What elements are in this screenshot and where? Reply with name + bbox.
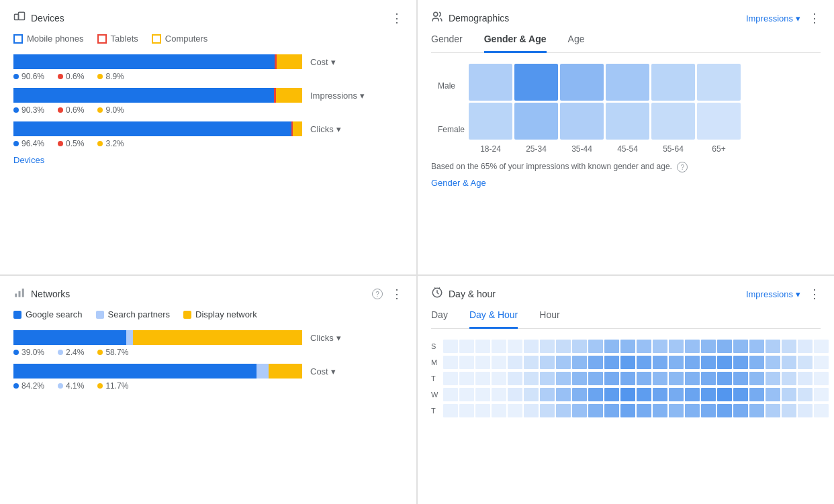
dh-cell-1-3	[492, 356, 506, 369]
search-partners-legend-label: Search partners	[108, 309, 171, 319]
dh-cell-2-8	[572, 372, 587, 385]
impressions-bar-container	[13, 88, 302, 103]
clicks-blue-dot	[13, 141, 19, 146]
demo-imp-chevron: ▾	[796, 13, 800, 23]
demographics-icon	[431, 11, 443, 26]
dh-cell-1-22	[798, 356, 813, 369]
impressions-bar-label[interactable]: Impressions ▾	[310, 91, 365, 101]
dh-cell-1-14	[669, 356, 684, 369]
day-hour-card: Day & hour Impressions ▾ ⋮ Day Day & Hou…	[418, 276, 834, 504]
dh-cell-2-19	[749, 372, 764, 385]
main-grid: Devices ⋮ Mobile phones Tablets Computer…	[0, 0, 834, 504]
computer-legend-icon	[152, 34, 161, 44]
dh-cell-1-18	[733, 356, 748, 369]
dh-cell-2-13	[653, 372, 667, 385]
dh-cell-1-17	[717, 356, 732, 369]
dh-cell-0-12	[637, 340, 651, 353]
dh-cell-4-4	[508, 404, 522, 417]
net-clicks-yellow	[133, 330, 302, 345]
net-cost-percents: 84.2% 4.1% 11.7%	[13, 381, 403, 391]
devices-title: Devices	[13, 11, 64, 26]
day-hour-heatmap-container: S M T W T	[431, 340, 821, 417]
dh-cell-0-16	[701, 340, 716, 353]
devices-more-button[interactable]: ⋮	[391, 12, 403, 24]
dh-cell-1-10	[604, 356, 619, 369]
imp-blue-pct: 90.3%	[13, 105, 44, 115]
dh-cell-4-19	[749, 404, 764, 417]
dh-y-t1: T	[431, 372, 438, 385]
dh-cell-4-1	[459, 404, 474, 417]
net-clicks-label[interactable]: Clicks ▾	[310, 333, 341, 343]
demographics-impressions-dropdown[interactable]: Impressions ▾	[746, 13, 800, 23]
net-legend-google: Google search	[13, 309, 83, 319]
mobile-legend-icon	[13, 34, 23, 44]
net-clicks-yellow-dot	[97, 350, 103, 355]
dh-cell-2-7	[556, 372, 571, 385]
dh-cell-1-7	[556, 356, 571, 369]
cost-red-dot	[58, 74, 63, 79]
x-label-0: 18-24	[469, 144, 512, 154]
tab-day-hour[interactable]: Day & Hour	[469, 309, 518, 329]
help-icon[interactable]: ?	[677, 162, 688, 172]
clicks-bar-yellow	[293, 121, 302, 136]
dh-cell-0-23	[814, 340, 829, 353]
net-cost-bar-section: Cost ▾ 84.2% 4.1% 11.7%	[13, 364, 403, 391]
dh-cell-0-8	[572, 340, 587, 353]
day-hour-header-right: Impressions ▾ ⋮	[746, 288, 821, 300]
dh-cell-0-14	[669, 340, 684, 353]
heat-f-4	[651, 103, 695, 140]
net-clicks-light-dot	[58, 350, 63, 355]
clicks-blue-pct: 96.4%	[13, 139, 44, 148]
net-legend-search-partners: Search partners	[96, 309, 171, 319]
dh-cell-2-5	[524, 372, 539, 385]
day-hour-header: Day & hour Impressions ▾ ⋮	[431, 287, 821, 301]
dh-cell-3-15	[685, 388, 700, 401]
net-clicks-blue-pct: 39.0%	[13, 348, 44, 357]
impressions-bar-yellow	[276, 88, 302, 103]
dh-heatmap	[443, 340, 829, 417]
x-label-2: 35-44	[560, 144, 604, 154]
display-legend-label: Display network	[195, 309, 257, 319]
legend-mobile: Mobile phones	[13, 34, 84, 44]
dh-row-1	[443, 356, 829, 369]
devices-footer-link[interactable]: Devices	[13, 155, 403, 165]
dh-cell-0-3	[492, 340, 506, 353]
cost-bar-label[interactable]: Cost ▾	[310, 57, 336, 67]
net-clicks-light-pct: 2.4%	[58, 348, 84, 357]
dh-cell-1-11	[620, 356, 635, 369]
dh-cell-0-10	[604, 340, 619, 353]
dh-cell-1-9	[588, 356, 603, 369]
y-label-female: Female	[438, 125, 465, 134]
cost-blue-dot	[13, 74, 19, 79]
net-clicks-dropdown-icon: ▾	[336, 333, 341, 343]
devices-card: Devices ⋮ Mobile phones Tablets Computer…	[0, 0, 416, 274]
tab-gender[interactable]: Gender	[431, 34, 463, 52]
net-cost-label[interactable]: Cost ▾	[310, 366, 336, 376]
tab-gender-age[interactable]: Gender & Age	[484, 34, 547, 53]
dh-row-4	[443, 404, 829, 417]
heat-f-1	[514, 103, 558, 140]
search-partners-legend-dot	[96, 311, 104, 319]
cost-dropdown-icon: ▾	[331, 57, 336, 67]
net-clicks-percents: 39.0% 2.4% 58.7%	[13, 348, 403, 357]
clicks-dropdown-icon: ▾	[336, 124, 341, 134]
display-legend-dot	[183, 311, 191, 319]
tab-age[interactable]: Age	[568, 34, 585, 52]
dh-cell-3-4	[508, 388, 522, 401]
networks-card: Networks ? ⋮ Google search Search partne…	[0, 276, 416, 504]
networks-help-icon[interactable]: ?	[372, 289, 383, 299]
x-label-3: 45-54	[606, 144, 649, 154]
dh-cell-4-13	[653, 404, 667, 417]
heatmap-y-labels: Male Female	[438, 64, 465, 151]
dh-cell-0-22	[798, 340, 813, 353]
dh-cell-1-5	[524, 356, 539, 369]
networks-more-button[interactable]: ⋮	[391, 288, 403, 300]
clicks-bar-label[interactable]: Clicks ▾	[310, 124, 341, 134]
dh-cell-2-18	[733, 372, 748, 385]
demographics-more-button[interactable]: ⋮	[808, 12, 821, 24]
day-hour-impressions-dropdown[interactable]: Impressions ▾	[746, 289, 800, 299]
demographics-footer-link[interactable]: Gender & Age	[431, 178, 821, 188]
day-hour-more-button[interactable]: ⋮	[808, 288, 821, 300]
tab-hour[interactable]: Hour	[539, 309, 559, 328]
tab-day[interactable]: Day	[431, 309, 448, 328]
